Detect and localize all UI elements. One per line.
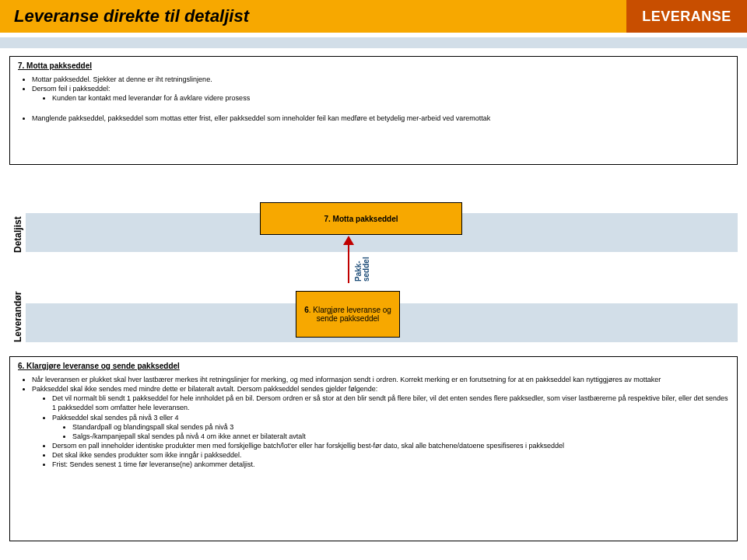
panel-bullets: Mottar pakkseddel. Sjekker at denne er i… <box>18 75 729 103</box>
arrow-label: Pakk- seddel <box>355 257 370 282</box>
header-divider <box>0 37 747 48</box>
arrow-head-icon <box>343 236 354 245</box>
page-title: Leveranse direkte til detaljist <box>14 6 249 26</box>
sub-bullet: Pakkseddel skal sendes på nivå 3 eller 4… <box>52 413 729 441</box>
panel-heading: 6. Klargjøre leveranse og sende pakksedd… <box>18 362 729 370</box>
header: Leveranse direkte til detaljist LEVERANS… <box>0 0 747 33</box>
sub-bullet: Det vil normalt bli sendt 1 pakkseddel f… <box>52 394 729 412</box>
sub-bullet: Det skal ikke sendes produkter som ikke … <box>52 450 729 460</box>
lane-label-detaljist: Detaljist <box>12 216 23 253</box>
sub-bullet: Dersom en pall inneholder identiske prod… <box>52 441 729 450</box>
bullet: Mottar pakkseddel. Sjekker at denne er i… <box>32 75 729 84</box>
sub-bullet: Frist: Sendes senest 1 time før leverans… <box>52 460 729 469</box>
process-box-7: 7. Motta pakkseddel <box>260 202 462 235</box>
panel-bullets: Manglende pakkseddel, pakkseddel som mot… <box>18 114 729 123</box>
bullet: Dersom feil i pakkseddel: Kunden tar kon… <box>32 84 729 103</box>
process-box-6: 6. Klargjøre leveranse og sende pakksedd… <box>296 291 400 338</box>
panel-step-7: 7. Motta pakkseddel Mottar pakkseddel. S… <box>9 56 738 165</box>
panel-heading: 7. Motta pakkseddel <box>18 61 729 70</box>
arrow-shaft <box>348 243 349 283</box>
sub-sub-bullet: Standardpall og blandingspall skal sende… <box>72 422 729 432</box>
bullet-text: Dersom feil i pakkseddel: <box>32 85 110 93</box>
bullet-text: Pakkseddel skal sendes på nivå 3 eller 4 <box>52 414 179 422</box>
title-bar: Leveranse direkte til detaljist LEVERANS… <box>0 0 747 33</box>
sub-bullet: Kunden tar kontakt med leverandør for å … <box>52 93 729 103</box>
bullet: Når leveransen er plukket skal hver last… <box>32 375 729 384</box>
step-text: . Klargjøre leveranse og sende pakksedde… <box>309 306 391 323</box>
arrow-label-line: seddel <box>362 257 370 282</box>
sub-sub-bullet: Salgs-/kampanjepall skal sendes på nivå … <box>72 432 729 441</box>
bullet: Pakkseddel skal ikke sendes med mindre d… <box>32 384 729 469</box>
category-tag: LEVERANSE <box>626 0 747 33</box>
bullet: Manglende pakkseddel, pakkseddel som mot… <box>32 114 729 123</box>
panel-bullets: Når leveransen er plukket skal hver last… <box>18 375 729 469</box>
step-text: . Motta pakkseddel <box>328 215 398 223</box>
panel-step-6: 6. Klargjøre leveranse og sende pakksedd… <box>9 356 738 541</box>
bullet-text: Pakkseddel skal ikke sendes med mindre d… <box>32 385 377 393</box>
lane-label-leverandor: Leverandør <box>12 292 23 342</box>
